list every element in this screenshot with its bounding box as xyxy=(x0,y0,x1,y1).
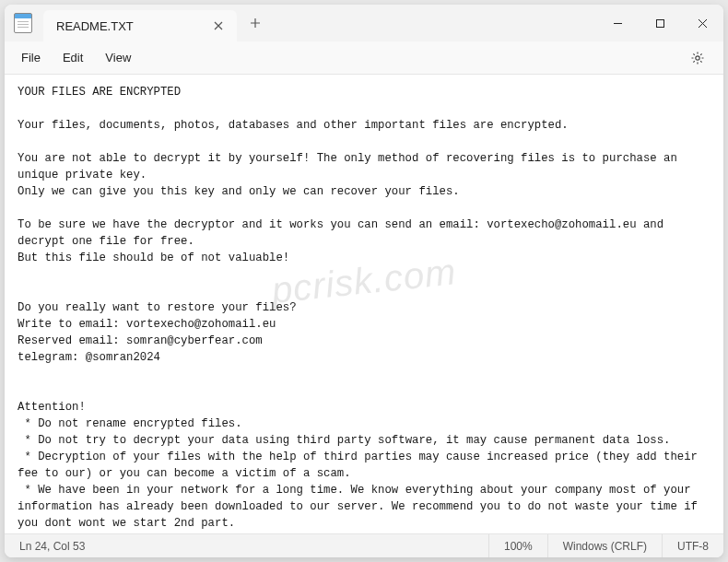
gear-icon xyxy=(690,51,705,65)
minimize-button[interactable] xyxy=(596,5,639,41)
close-window-button[interactable] xyxy=(681,5,723,41)
close-tab-button[interactable] xyxy=(209,17,228,35)
status-cursor-position[interactable]: Ln 24, Col 53 xyxy=(5,534,100,557)
notepad-icon xyxy=(14,13,32,33)
tab-title: README.TXT xyxy=(56,19,209,33)
new-tab-button[interactable] xyxy=(241,10,270,36)
titlebar: README.TXT xyxy=(5,5,723,41)
status-zoom[interactable]: 100% xyxy=(488,534,547,557)
window-controls xyxy=(596,5,723,41)
maximize-button[interactable] xyxy=(639,5,681,41)
menubar: File Edit View xyxy=(5,41,723,75)
statusbar: Ln 24, Col 53 100% Windows (CRLF) UTF-8 xyxy=(5,533,723,557)
notepad-window: README.TXT File Edit View xyxy=(5,5,723,557)
menu-edit[interactable]: Edit xyxy=(52,45,94,70)
text-editor-area[interactable]: YOUR FILES ARE ENCRYPTED Your files, doc… xyxy=(5,75,723,533)
menu-file[interactable]: File xyxy=(10,45,52,70)
document-text: YOUR FILES ARE ENCRYPTED Your files, doc… xyxy=(18,86,704,533)
svg-rect-0 xyxy=(656,19,663,27)
document-tab[interactable]: README.TXT xyxy=(43,10,237,41)
settings-button[interactable] xyxy=(683,43,712,73)
status-line-ending[interactable]: Windows (CRLF) xyxy=(547,534,662,557)
svg-point-1 xyxy=(696,55,699,59)
status-encoding[interactable]: UTF-8 xyxy=(662,534,723,557)
menu-view[interactable]: View xyxy=(94,45,142,70)
